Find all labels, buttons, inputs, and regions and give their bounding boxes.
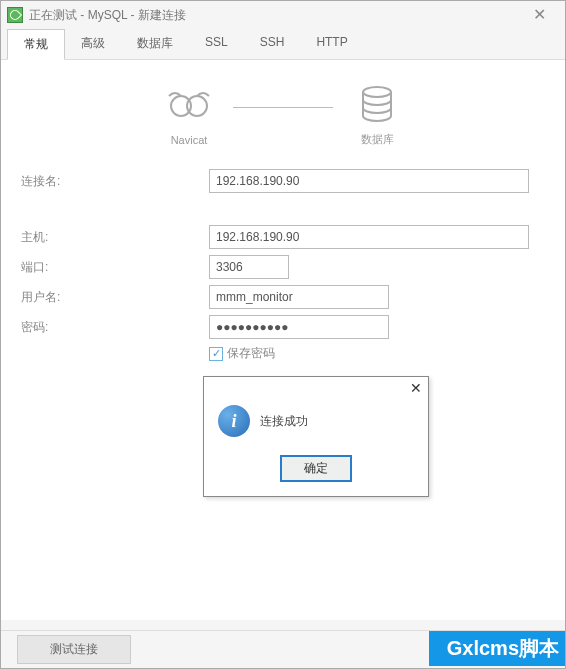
host-field[interactable] bbox=[209, 225, 529, 249]
dialog-close-icon[interactable]: ✕ bbox=[410, 380, 422, 396]
info-icon: i bbox=[218, 405, 250, 437]
dialog-window: 正在测试 - MySQL - 新建连接 ✕ 常规 高级 数据库 SSL SSH … bbox=[0, 0, 566, 669]
save-password-checkbox[interactable]: ✓ bbox=[209, 347, 223, 361]
tab-advanced[interactable]: 高级 bbox=[65, 29, 121, 59]
diagram-line bbox=[233, 107, 333, 108]
titlebar: 正在测试 - MySQL - 新建连接 ✕ bbox=[1, 1, 565, 29]
navicat-icon bbox=[165, 86, 213, 126]
connection-diagram: Navicat 数据库 bbox=[19, 84, 547, 147]
password-field[interactable] bbox=[209, 315, 389, 339]
tab-ssl[interactable]: SSL bbox=[189, 29, 244, 59]
tab-ssh[interactable]: SSH bbox=[244, 29, 301, 59]
port-field[interactable] bbox=[209, 255, 289, 279]
label-conn-name: 连接名: bbox=[19, 173, 209, 190]
form-body: Navicat 数据库 连接名: 主机: 端口: bbox=[1, 60, 565, 620]
close-icon[interactable]: ✕ bbox=[519, 1, 559, 29]
app-icon bbox=[7, 7, 23, 23]
window-title: 正在测试 - MySQL - 新建连接 bbox=[29, 7, 186, 24]
diagram-right-label: 数据库 bbox=[353, 132, 401, 147]
save-password-label: 保存密码 bbox=[227, 345, 275, 362]
diagram-left-label: Navicat bbox=[165, 134, 213, 146]
tabstrip: 常规 高级 数据库 SSL SSH HTTP bbox=[1, 29, 565, 60]
user-field[interactable] bbox=[209, 285, 389, 309]
message-dialog: ✕ i 连接成功 确定 bbox=[203, 376, 429, 497]
tab-http[interactable]: HTTP bbox=[300, 29, 363, 59]
label-host: 主机: bbox=[19, 229, 209, 246]
ok-button[interactable]: 确定 bbox=[280, 455, 352, 482]
svg-point-2 bbox=[363, 87, 391, 97]
tab-database[interactable]: 数据库 bbox=[121, 29, 189, 59]
database-icon bbox=[353, 84, 401, 124]
dialog-message: 连接成功 bbox=[260, 413, 308, 430]
label-port: 端口: bbox=[19, 259, 209, 276]
label-user: 用户名: bbox=[19, 289, 209, 306]
tab-general[interactable]: 常规 bbox=[7, 29, 65, 60]
conn-name-field[interactable] bbox=[209, 169, 529, 193]
test-connection-button[interactable]: 测试连接 bbox=[17, 635, 131, 664]
label-password: 密码: bbox=[19, 319, 209, 336]
watermark: Gxlcms脚本 bbox=[429, 631, 565, 666]
